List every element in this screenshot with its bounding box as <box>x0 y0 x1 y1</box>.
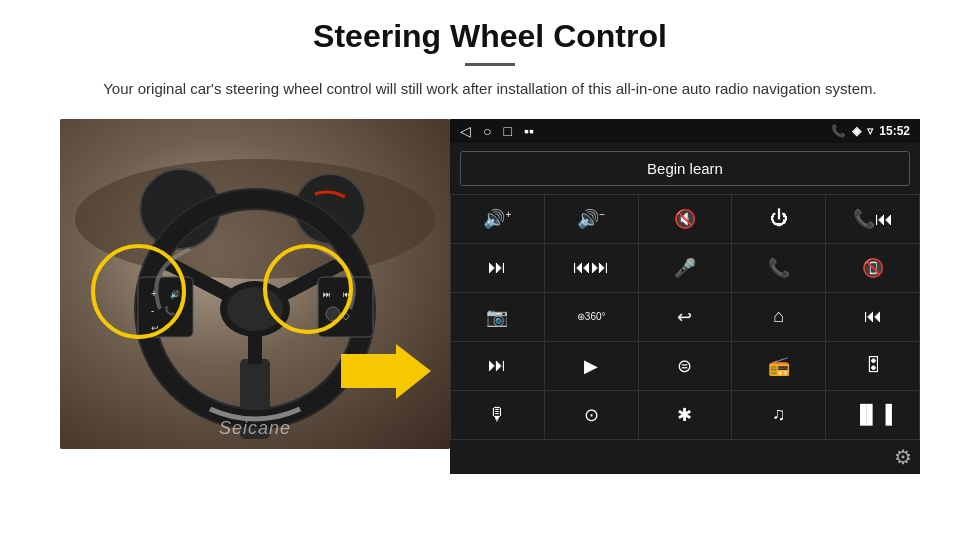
highlight-circle-left <box>91 244 186 339</box>
power-icon: ⏻ <box>770 208 788 229</box>
highlight-circle-right <box>263 244 353 334</box>
volume-up-button[interactable]: 🔊+ <box>451 195 544 243</box>
next-button[interactable]: ⏭ <box>451 244 544 292</box>
yellow-arrow <box>341 344 431 399</box>
gear-button[interactable]: ⚙ <box>894 445 912 469</box>
prev-track-icon: 📞⏮ <box>853 208 893 230</box>
mic-button[interactable]: 🎤 <box>639 244 732 292</box>
begin-learn-row: Begin learn <box>450 143 920 194</box>
fast-forward-icon: ⏭ <box>488 355 506 376</box>
next-icon: ⏭ <box>488 257 506 278</box>
status-battery-icon: ▪▪ <box>524 123 534 139</box>
settings-eq-icon: 🎛 <box>864 355 882 376</box>
back-nav-icon: ↩ <box>677 306 692 328</box>
equalizer2-button[interactable]: ▐▌▐ <box>826 391 919 439</box>
begin-learn-button[interactable]: Begin learn <box>460 151 910 186</box>
360-button[interactable]: ⊛360° <box>545 293 638 341</box>
eq-icon: ⊜ <box>677 355 692 377</box>
home-icon: ⌂ <box>773 306 784 327</box>
nav-home-icon[interactable]: ○ <box>483 123 491 139</box>
skip-back-icon: ⏮ <box>864 306 882 327</box>
page-subtitle: Your original car's steering wheel contr… <box>60 78 920 101</box>
status-bar: ◁ ○ □ ▪▪ 📞 ◈ ▿ 15:52 <box>450 119 920 143</box>
mute-icon: 🔇 <box>674 208 696 230</box>
skip-back-button[interactable]: ⏮ <box>826 293 919 341</box>
back-nav-button[interactable]: ↩ <box>639 293 732 341</box>
phone-button[interactable]: 📞 <box>732 244 825 292</box>
volume-down-icon: 🔊− <box>577 208 605 230</box>
page-title: Steering Wheel Control <box>60 18 920 55</box>
360-icon: ⊛360° <box>577 311 606 322</box>
music-icon: ♫ <box>772 404 786 425</box>
hang-up-icon: 📵 <box>862 257 884 279</box>
power-button[interactable]: ⏻ <box>732 195 825 243</box>
watermark: Seicane <box>219 418 291 439</box>
phone-status-icon: 📞 <box>831 124 846 138</box>
steering-wheel-image: + 🔊 - 📞 ↩ ⏭ ⏮ ◇ <box>60 119 450 449</box>
equalizer2-icon: ▐▌▐ <box>853 404 891 425</box>
prev-track-button[interactable]: 📞⏮ <box>826 195 919 243</box>
volume-down-button[interactable]: 🔊− <box>545 195 638 243</box>
music-button[interactable]: ♫ <box>732 391 825 439</box>
knob-icon: ⊙ <box>584 404 599 426</box>
wifi-status-icon: ▿ <box>867 124 873 138</box>
page-container: Steering Wheel Control Your original car… <box>0 0 980 484</box>
phone-icon: 📞 <box>768 257 790 279</box>
camera-button[interactable]: 📷 <box>451 293 544 341</box>
settings-eq-button[interactable]: 🎛 <box>826 342 919 390</box>
gear-row: ⚙ <box>450 440 920 474</box>
location-status-icon: ◈ <box>852 124 861 138</box>
svg-marker-22 <box>341 344 431 399</box>
eq-button[interactable]: ⊜ <box>639 342 732 390</box>
skip-button[interactable]: ⏮⏭ <box>545 244 638 292</box>
hang-up-button[interactable]: 📵 <box>826 244 919 292</box>
home-button[interactable]: ⌂ <box>732 293 825 341</box>
mic2-button[interactable]: 🎙 <box>451 391 544 439</box>
fast-forward-button[interactable]: ⏭ <box>451 342 544 390</box>
navigate-button[interactable]: ▶ <box>545 342 638 390</box>
navigate-icon: ▶ <box>584 355 598 377</box>
controls-grid: 🔊+ 🔊− 🔇 ⏻ 📞⏮ ⏭ ⏮⏭ <box>450 194 920 440</box>
volume-up-icon: 🔊+ <box>483 208 511 230</box>
camera-icon: 📷 <box>486 306 508 328</box>
bluetooth-button[interactable]: ✱ <box>639 391 732 439</box>
skip-icon: ⏮⏭ <box>573 257 609 278</box>
status-right: 📞 ◈ ▿ 15:52 <box>831 124 910 138</box>
knob-button[interactable]: ⊙ <box>545 391 638 439</box>
nav-icons: ◁ ○ □ ▪▪ <box>460 123 534 139</box>
radio-icon: 📻 <box>768 355 790 377</box>
nav-recent-icon[interactable]: □ <box>503 123 511 139</box>
status-time: 15:52 <box>879 124 910 138</box>
bluetooth-icon: ✱ <box>677 404 692 426</box>
android-panel: ◁ ○ □ ▪▪ 📞 ◈ ▿ 15:52 Begin learn <box>450 119 920 474</box>
content-row: + 🔊 - 📞 ↩ ⏭ ⏮ ◇ <box>60 119 920 474</box>
radio-button[interactable]: 📻 <box>732 342 825 390</box>
mic-icon: 🎤 <box>674 257 696 279</box>
title-divider <box>465 63 515 66</box>
mic2-icon: 🎙 <box>488 404 506 425</box>
nav-back-icon[interactable]: ◁ <box>460 123 471 139</box>
mute-button[interactable]: 🔇 <box>639 195 732 243</box>
